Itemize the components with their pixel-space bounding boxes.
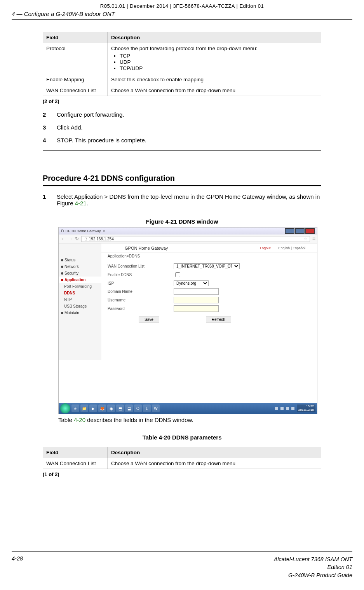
dot-icon bbox=[61, 266, 63, 268]
lang-english[interactable]: English bbox=[279, 246, 290, 250]
reload-icon[interactable]: ↻ bbox=[75, 236, 79, 242]
tray-icon[interactable] bbox=[291, 407, 294, 410]
table-ddns-params: Field Description WAN Connection List Ch… bbox=[43, 447, 321, 469]
table1-row0-field: Protocol bbox=[43, 43, 108, 74]
language-links: English | Español bbox=[279, 246, 305, 250]
figure-after-text: Table 4-20 describes the fields in the D… bbox=[58, 417, 321, 423]
taskbar-app-icon[interactable]: ⬒ bbox=[116, 404, 124, 412]
taskbar-media-icon[interactable]: ▶ bbox=[89, 404, 97, 412]
window-titlebar: 🗋 GPON Home Gateway × bbox=[59, 228, 317, 235]
table1-col-desc: Description bbox=[108, 32, 321, 43]
refresh-button[interactable]: Refresh bbox=[206, 317, 231, 322]
browser-tab-title: 🗋 GPON Home Gateway × bbox=[61, 229, 105, 233]
bullet-tcpudp: TCP/UDP bbox=[120, 65, 318, 71]
step-3: 3 Click Add. bbox=[43, 124, 321, 131]
input-domain-name[interactable] bbox=[174, 288, 219, 295]
taskbar-right: 15:32 2013/12/18 bbox=[275, 404, 315, 412]
taskbar-lync-icon[interactable]: L bbox=[143, 404, 151, 412]
taskbar-clock[interactable]: 15:32 2013/12/18 bbox=[297, 404, 315, 412]
bookmark-star-icon[interactable]: ☆ bbox=[304, 237, 307, 241]
taskbar-ie-icon[interactable]: e bbox=[71, 404, 79, 412]
footer-row: 4-28 Alcatel-Lucent 7368 ISAM ONT Editio… bbox=[12, 555, 352, 579]
back-icon[interactable]: ← bbox=[61, 236, 66, 242]
tray-icon[interactable] bbox=[280, 407, 284, 410]
clock-time: 15:32 bbox=[306, 404, 314, 408]
input-password[interactable] bbox=[174, 305, 219, 312]
dot-icon bbox=[61, 312, 63, 314]
url-field[interactable]: 🗋 192.168.1.254 ☆ bbox=[81, 236, 310, 242]
dot-icon bbox=[61, 279, 63, 281]
sidebar-item-ntp[interactable]: NTP bbox=[59, 296, 101, 303]
taskbar-firefox-icon[interactable]: 🦊 bbox=[98, 404, 106, 412]
logout-link[interactable]: Logout bbox=[260, 246, 271, 250]
table-ref-link[interactable]: 4-20 bbox=[74, 417, 85, 423]
header-meta: R05.01.01 | December 2014 | 3FE-56678-AA… bbox=[0, 0, 364, 11]
input-username[interactable] bbox=[174, 297, 219, 303]
figure-ref-link[interactable]: 4-21 bbox=[75, 200, 87, 207]
sidebar-item-application[interactable]: Application bbox=[59, 277, 101, 283]
forward-icon[interactable]: → bbox=[68, 236, 73, 242]
taskbar-chrome-icon[interactable]: ◉ bbox=[107, 404, 115, 412]
label-password: Password bbox=[108, 306, 174, 311]
table1-col-field: Field bbox=[43, 32, 108, 43]
table1-row2-field: WAN Connection List bbox=[43, 85, 108, 96]
procedure-title: Procedure 4-21 DDNS configuration bbox=[43, 174, 321, 183]
sidebar-item-port-forwarding[interactable]: Port Forwarding bbox=[59, 283, 101, 290]
maximize-icon[interactable] bbox=[295, 228, 305, 234]
sidebar-item-usb-storage[interactable]: USB Storage bbox=[59, 303, 101, 310]
sidebar-item-security[interactable]: Security bbox=[59, 270, 101, 277]
window-buttons bbox=[285, 228, 315, 234]
running-head: 4 — Configure a G-240W-B indoor ONT bbox=[0, 11, 364, 19]
figure-caption: Figure 4-21 DDNS window bbox=[43, 218, 321, 225]
close-icon[interactable] bbox=[305, 228, 315, 234]
url-text: 192.168.1.254 bbox=[89, 237, 114, 241]
save-button[interactable]: Save bbox=[139, 317, 159, 322]
app-main: GPON Home Gateway Logout English | Españ… bbox=[101, 243, 317, 360]
taskbar-outlook-icon[interactable]: O bbox=[134, 404, 142, 412]
footer-rule bbox=[12, 551, 352, 552]
figure-image: 🗋 GPON Home Gateway × ← → ↻ 🗋 192.168.1.… bbox=[58, 227, 317, 414]
sidebar-item-network[interactable]: Network bbox=[59, 263, 101, 270]
select-wan-connection[interactable]: 1_INTERNET_TR069_VOIP_OTH bbox=[174, 263, 240, 269]
sidebar-label-ntp: NTP bbox=[64, 298, 72, 302]
taskbar-app2-icon[interactable]: ⬓ bbox=[125, 404, 133, 412]
app-header-right: Logout English | Español bbox=[260, 246, 305, 250]
label-username: Username bbox=[108, 298, 174, 302]
tab-title-text: GPON Home Gateway bbox=[66, 229, 101, 233]
table-port-forwarding-params: Field Description Protocol Choose the po… bbox=[43, 32, 321, 96]
table1-footnote: (2 of 2) bbox=[43, 98, 321, 104]
step-2-num: 2 bbox=[43, 111, 57, 118]
sidebar-item-maintain[interactable]: Maintain bbox=[59, 310, 101, 316]
taskbar-word-icon[interactable]: W bbox=[152, 404, 160, 412]
footer-right: Alcatel-Lucent 7368 ISAM ONT Edition 01 … bbox=[274, 555, 352, 579]
minimize-icon[interactable] bbox=[285, 228, 294, 234]
step-1-text-a: Select Application > DDNS from the top-l… bbox=[57, 193, 320, 207]
taskbar: e 📁 ▶ 🦊 ◉ ⬒ ⬓ O L W 15: bbox=[59, 403, 317, 414]
table1-row1-desc: Select this checkbox to enable mapping bbox=[108, 74, 321, 85]
table1-row2-desc: Choose a WAN connection from the drop-do… bbox=[108, 85, 321, 96]
lang-espanol[interactable]: Español bbox=[293, 246, 305, 250]
table2-footnote: (1 of 2) bbox=[43, 471, 321, 477]
sidebar-label-ddns: DDNS bbox=[64, 291, 75, 295]
browser-menu-icon[interactable]: ≡ bbox=[312, 236, 315, 242]
tray-icon[interactable] bbox=[286, 407, 289, 410]
page-footer: 4-28 Alcatel-Lucent 7368 ISAM ONT Editio… bbox=[0, 551, 364, 590]
select-isp[interactable]: Dyndns.org bbox=[174, 280, 209, 286]
start-button-icon[interactable] bbox=[60, 403, 70, 413]
main-content: Field Description Protocol Choose the po… bbox=[0, 20, 364, 477]
label-domain: Domain Name bbox=[108, 289, 174, 294]
sidebar-item-ddns[interactable]: DDNS bbox=[59, 290, 101, 296]
page: R05.01.01 | December 2014 | 3FE-56678-AA… bbox=[0, 0, 364, 590]
figure-after-suffix: describes the fields in the DDNS window. bbox=[85, 417, 193, 423]
checkbox-enable-ddns[interactable] bbox=[175, 272, 180, 277]
taskbar-explorer-icon[interactable]: 📁 bbox=[80, 404, 88, 412]
form-row-password: Password bbox=[108, 305, 317, 312]
table2-col-field: Field bbox=[43, 447, 108, 458]
footer-line2: Edition 01 bbox=[274, 563, 352, 571]
step-1-num: 1 bbox=[43, 193, 57, 207]
table1-row0-desc-lead: Choose the port forwarding protocol from… bbox=[111, 46, 258, 51]
sidebar-item-status[interactable]: Status bbox=[59, 257, 101, 263]
tray-icon[interactable] bbox=[275, 407, 278, 410]
form-row-enable: Enable DDNS bbox=[108, 271, 317, 278]
dot-icon bbox=[61, 259, 63, 261]
